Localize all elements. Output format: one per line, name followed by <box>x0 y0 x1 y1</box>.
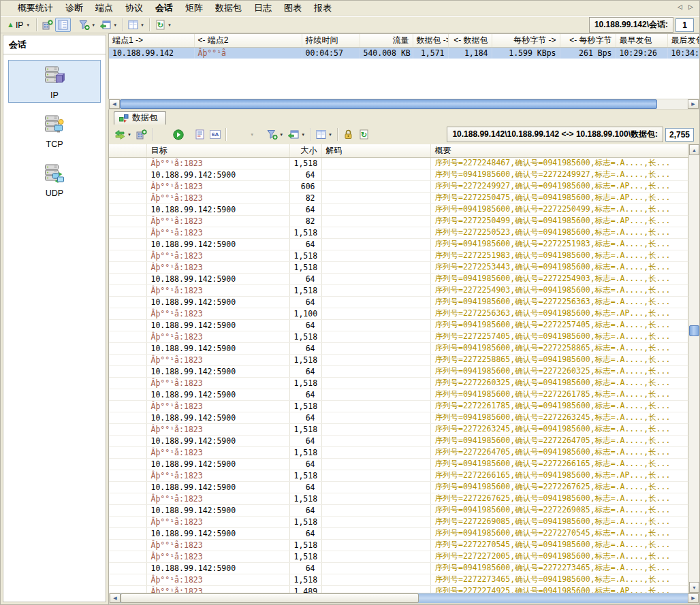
decode-button[interactable]: 6A <box>208 127 223 142</box>
menu-item[interactable]: 报表 <box>308 1 338 16</box>
packet-row[interactable]: 10.188.99.142:590064序列号=0941985600,确认号=2… <box>109 296 688 308</box>
session-column-header[interactable]: 数据包 -> <box>413 34 448 47</box>
session-column-header[interactable]: 最后发包 <box>667 34 699 47</box>
packet-row[interactable]: Âþ°°¹å:18231,518序列号=2272267625,确认号=09419… <box>109 493 688 504</box>
packet-row[interactable]: Âþ°°¹å:18231,518序列号=2272261785,确认号=09419… <box>109 400 688 412</box>
session-hscrollbar[interactable]: ◀ ▶ <box>108 99 699 110</box>
report-button[interactable] <box>192 127 208 142</box>
session-column-header[interactable]: 端点1 -> <box>109 34 194 47</box>
tab-packets[interactable]: 数据包 <box>114 111 166 125</box>
packet-row[interactable]: Âþ°°¹å:18231,518序列号=2272250523,确认号=09419… <box>109 227 688 238</box>
menu-item[interactable]: 端点 <box>89 1 119 16</box>
export-button[interactable]: ▼ <box>97 18 119 32</box>
packet-row[interactable]: Âþ°°¹å:18231,518序列号=2272260325,确认号=09419… <box>109 377 688 389</box>
packet-row[interactable]: Âþ°°¹å:18231,518序列号=2272248467,确认号=09419… <box>109 157 688 169</box>
graph-button[interactable] <box>39 18 55 32</box>
play-button[interactable] <box>170 127 187 142</box>
scroll-left-button[interactable]: ◀ <box>109 99 120 109</box>
packet-row[interactable]: 10.188.99.142:590064序列号=0941985600,确认号=2… <box>109 481 688 493</box>
packet-row[interactable]: Âþ°°¹å:18231,518序列号=2272251983,确认号=09419… <box>109 250 688 261</box>
packet-row[interactable]: Âþ°°¹å:182382序列号=2272250499,确认号=09419856… <box>109 215 688 227</box>
packet-row[interactable]: Âþ°°¹å:18231,518序列号=2272273465,确认号=09419… <box>109 574 688 585</box>
session-column-header[interactable]: 持续时间 <box>302 34 360 47</box>
packet-row[interactable]: Âþ°°¹å:18231,518序列号=2272257405,确认号=09419… <box>109 331 688 342</box>
packet-column-header[interactable]: 概要 <box>430 144 688 157</box>
packet-row[interactable]: Âþ°°¹å:18231,518序列号=2272258865,确认号=09419… <box>109 354 688 365</box>
packet-row[interactable]: Âþ°°¹å:18231,489序列号=2272274925,确认号=09419… <box>109 585 688 593</box>
session-column-header[interactable]: <- 每秒字节 <box>560 34 616 47</box>
refresh-button[interactable]: ↻▼ <box>153 18 174 32</box>
packet-column-header[interactable]: 目标 <box>146 144 289 157</box>
sidebar-item-udp[interactable]: UDP <box>8 158 101 201</box>
menu-item[interactable]: 矩阵 <box>179 1 209 16</box>
scroll-up-button[interactable]: ▲ <box>689 144 699 155</box>
packet-row[interactable]: Âþ°°¹å:18231,100序列号=2272256363,确认号=09419… <box>109 308 688 319</box>
graph-button[interactable] <box>133 127 149 142</box>
scroll-thumb[interactable] <box>121 593 419 603</box>
details-view-button[interactable] <box>55 18 71 32</box>
export-button[interactable]: ▼ <box>285 127 307 142</box>
packet-column-header[interactable] <box>109 144 146 157</box>
session-column-header[interactable]: 流量 <box>360 34 413 47</box>
session-column-header[interactable]: <- 数据包 <box>448 34 492 47</box>
scroll-track[interactable] <box>689 155 699 582</box>
packet-row[interactable]: Âþ°°¹å:18231,518序列号=2272263245,确认号=09419… <box>109 423 688 435</box>
menu-item[interactable]: 诊断 <box>59 1 89 16</box>
packet-row[interactable]: 10.188.99.142:590064序列号=0941985600,确认号=2… <box>109 203 688 215</box>
scroll-thumb[interactable] <box>689 325 699 336</box>
filter-button[interactable]: ▼ <box>76 18 97 32</box>
packet-row[interactable]: 10.188.99.142:590064序列号=0941985600,确认号=2… <box>109 504 688 516</box>
menu-item[interactable]: 会话 <box>149 1 179 16</box>
packet-hscrollbar[interactable]: ◀ ▶ <box>109 593 699 604</box>
packet-row[interactable]: 10.188.99.142:590064序列号=0941985600,确认号=2… <box>109 435 688 446</box>
refresh-button[interactable]: ↻ <box>356 127 372 142</box>
columns-button[interactable]: ▼ <box>313 127 334 142</box>
packet-row[interactable]: Âþ°°¹å:18231,518序列号=2272272005,确认号=09419… <box>109 551 688 562</box>
scroll-right-button[interactable]: ▶ <box>688 593 699 603</box>
packet-row[interactable]: 10.188.99.142:590064序列号=0941985600,确认号=2… <box>109 412 688 423</box>
packet-row[interactable]: 10.188.99.142:590064序列号=0941985600,确认号=2… <box>109 562 688 574</box>
sidebar-item-ip[interactable]: IP <box>8 60 101 103</box>
packet-row[interactable]: 10.188.99.142:590064序列号=0941985600,确认号=2… <box>109 365 688 377</box>
scroll-down-button[interactable]: ▼ <box>689 582 699 593</box>
packet-row[interactable]: 10.188.99.142:590064序列号=0941985600,确认号=2… <box>109 342 688 354</box>
ip-scope-button[interactable]: ▲ IP ▼ <box>3 18 33 32</box>
packet-row[interactable]: Âþ°°¹å:18231,518序列号=2272253443,确认号=09419… <box>109 261 688 273</box>
session-column-header[interactable]: <- 端点2 <box>194 34 302 47</box>
packet-row[interactable]: 10.188.99.142:590064序列号=0941985600,确认号=2… <box>109 169 688 180</box>
filter-button[interactable]: ▼ <box>264 127 285 142</box>
sidebar-item-tcp[interactable]: TCP <box>8 109 101 152</box>
packet-row[interactable]: 10.188.99.142:590064序列号=0941985600,确认号=2… <box>109 389 688 400</box>
menu-item[interactable]: 日志 <box>248 1 278 16</box>
packet-column-header[interactable]: 解码 <box>321 144 430 157</box>
packet-row[interactable]: 10.188.99.142:590064序列号=0941985600,确认号=2… <box>109 527 688 539</box>
menu-item[interactable]: 概要统计 <box>12 1 59 16</box>
packet-row[interactable]: Âþ°°¹å:18231,518序列号=2272266165,确认号=09419… <box>109 470 688 481</box>
packet-column-header[interactable]: 大小 <box>289 144 321 157</box>
packet-row[interactable]: 10.188.99.142:590064序列号=0941985600,确认号=2… <box>109 273 688 284</box>
session-row[interactable]: 10.188.99.142Âþ°°¹å00:04:57540.008 KB1,5… <box>109 47 699 59</box>
packet-row[interactable]: Âþ°°¹å:18231,518序列号=2272270545,确认号=09419… <box>109 539 688 551</box>
packet-row[interactable]: Âþ°°¹å:1823606序列号=2272249927,确认号=0941985… <box>109 180 688 192</box>
scroll-track[interactable] <box>419 593 688 603</box>
scroll-left-button[interactable]: ◀ <box>110 593 121 603</box>
nav-forward-button[interactable]: ▷ <box>686 3 695 12</box>
session-column-header[interactable]: 最早发包 <box>616 34 667 47</box>
packet-row[interactable]: Âþ°°¹å:18231,518序列号=2272269085,确认号=09419… <box>109 516 688 527</box>
menu-item[interactable]: 数据包 <box>209 1 248 16</box>
packet-row[interactable]: Âþ°°¹å:18231,518序列号=2272264705,确认号=09419… <box>109 446 688 458</box>
columns-button[interactable]: ▼ <box>125 18 146 32</box>
scroll-right-button[interactable]: ▶ <box>688 99 699 109</box>
session-column-header[interactable]: 每秒字节 -> <box>492 34 560 47</box>
menu-item[interactable]: 协议 <box>119 1 149 16</box>
conversation-button[interactable]: ▼ <box>112 127 133 142</box>
scroll-track[interactable] <box>657 99 688 109</box>
packet-vscrollbar[interactable]: ▲ ▼ <box>688 144 699 593</box>
packet-row[interactable]: 10.188.99.142:590064序列号=0941985600,确认号=2… <box>109 238 688 250</box>
scroll-thumb[interactable] <box>120 99 657 109</box>
packet-row[interactable]: Âþ°°¹å:182382序列号=2272250475,确认号=09419856… <box>109 192 688 203</box>
nav-back-button[interactable]: ◁ <box>675 3 684 12</box>
lock-button[interactable] <box>340 127 356 142</box>
packet-row[interactable]: 10.188.99.142:590064序列号=0941985600,确认号=2… <box>109 458 688 470</box>
packet-row[interactable]: Âþ°°¹å:18231,518序列号=2272254903,确认号=09419… <box>109 284 688 296</box>
